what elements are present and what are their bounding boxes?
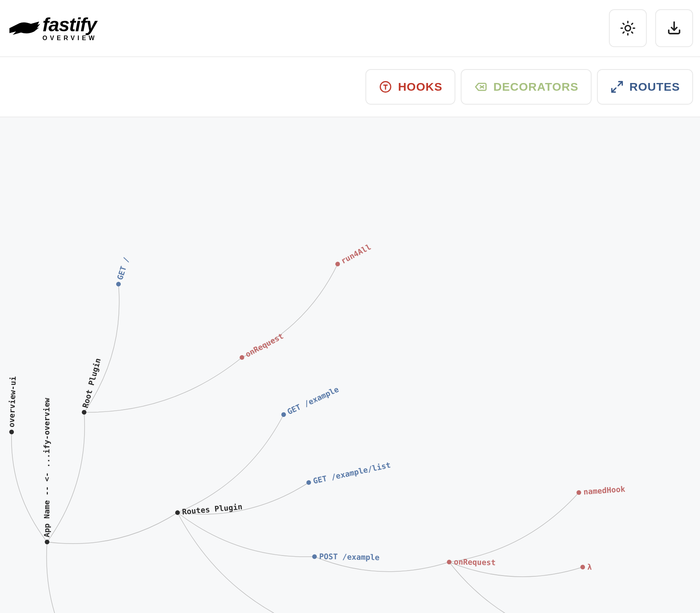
filter-hooks-label: HOOKS xyxy=(398,80,442,93)
svg-line-7 xyxy=(623,32,624,33)
filter-decorators-button[interactable]: DECORATORS xyxy=(461,69,592,105)
download-icon xyxy=(666,20,682,36)
graph-node-named-hook[interactable]: namedHook xyxy=(576,484,626,497)
node-label: GET /example/list xyxy=(312,460,391,486)
node-label: run4All xyxy=(339,242,372,266)
graph-node-get-example[interactable]: GET /example xyxy=(279,384,340,419)
theme-toggle-button[interactable] xyxy=(609,9,647,47)
node-label: Routes Plugin xyxy=(182,502,243,516)
graph-edge xyxy=(47,542,84,613)
graph-node-on-request-root[interactable]: onRequest xyxy=(238,331,285,362)
node-dot xyxy=(239,354,245,361)
graph-edge xyxy=(47,412,85,542)
node-label: GET / xyxy=(115,256,131,281)
graph-node-overview-ui[interactable]: overview-ui xyxy=(7,376,18,434)
filter-hooks-button[interactable]: HOOKS xyxy=(365,69,455,105)
graph-node-app-name[interactable]: App Name -- <- ...ify-overview xyxy=(42,398,51,544)
expand-icon xyxy=(610,80,624,94)
logo-text-main: fastify xyxy=(42,15,99,34)
node-dot xyxy=(335,261,341,267)
logo: fastify OVERVIEW xyxy=(7,15,99,41)
node-dot xyxy=(281,411,287,418)
graph-node-run4all[interactable]: run4All xyxy=(333,242,373,269)
header-actions xyxy=(609,9,693,47)
node-label: onRequest xyxy=(243,331,285,359)
node-label: overview-ui xyxy=(7,376,18,427)
node-dot xyxy=(81,410,87,415)
filter-bar: HOOKS DECORATORS ROUTES xyxy=(0,57,700,117)
graph-node-get-example-list[interactable]: GET /example/list xyxy=(305,460,391,487)
graph-node-post-example[interactable]: POST /example xyxy=(312,552,380,562)
logo-text: fastify OVERVIEW xyxy=(42,15,99,41)
svg-line-8 xyxy=(632,24,632,24)
graph-node-lambda[interactable]: λ xyxy=(580,562,592,572)
graph-svg: overview-uiApp Name -- <- ...ify-overvie… xyxy=(0,117,700,613)
node-label: namedHook xyxy=(583,484,626,497)
graph-edge xyxy=(178,513,314,557)
graph-edge xyxy=(449,493,579,562)
header: fastify OVERVIEW xyxy=(0,0,700,57)
graph-edge xyxy=(449,562,575,613)
svg-line-3 xyxy=(623,24,624,24)
node-label: onRequest xyxy=(454,557,496,567)
node-dot xyxy=(115,281,121,287)
logo-text-sub: OVERVIEW xyxy=(42,35,99,41)
circle-t-icon xyxy=(379,80,392,94)
svg-line-4 xyxy=(632,32,632,33)
graph-edge xyxy=(84,357,242,412)
node-dot xyxy=(175,510,180,515)
node-dot xyxy=(312,554,317,559)
node-dot xyxy=(9,430,14,434)
graph-canvas[interactable]: overview-uiApp Name -- <- ...ify-overvie… xyxy=(0,117,700,613)
filter-decorators-label: DECORATORS xyxy=(493,80,578,93)
fastify-logo-icon xyxy=(7,17,42,40)
sun-icon xyxy=(620,20,636,36)
graph-node-get-root[interactable]: GET / xyxy=(113,256,131,288)
node-label: POST /example xyxy=(319,552,380,562)
node-label: App Name -- <- ...ify-overview xyxy=(42,398,51,537)
graph-edge xyxy=(178,415,284,513)
graph-node-on-request-post[interactable]: onRequest xyxy=(447,557,496,567)
node-label: λ xyxy=(587,562,592,571)
graph-edge xyxy=(242,264,338,357)
graph-node-root-plugin[interactable]: Root Plugin xyxy=(79,357,103,416)
backspace-x-icon xyxy=(474,80,488,94)
node-dot xyxy=(580,565,585,569)
node-label: GET /example xyxy=(286,384,340,417)
graph-edge xyxy=(178,513,302,613)
download-button[interactable] xyxy=(655,9,693,47)
filter-routes-label: ROUTES xyxy=(629,80,680,93)
node-dot xyxy=(306,480,311,485)
node-dot xyxy=(45,540,49,544)
graph-edge xyxy=(47,513,178,544)
graph-node-routes-plugin[interactable]: Routes Plugin xyxy=(175,502,243,517)
filter-routes-button[interactable]: ROUTES xyxy=(597,69,693,105)
svg-point-0 xyxy=(625,25,631,31)
